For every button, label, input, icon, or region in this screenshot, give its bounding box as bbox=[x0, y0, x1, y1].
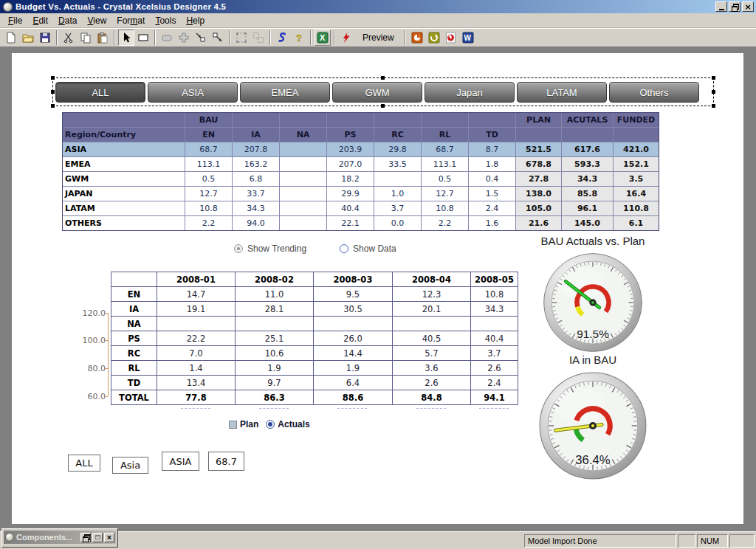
restore-button[interactable] bbox=[729, 1, 740, 12]
group-icon[interactable] bbox=[233, 30, 250, 46]
header-cell: 2008-01 bbox=[157, 272, 235, 286]
tab-gwm[interactable]: GWM bbox=[332, 82, 422, 103]
summary-cell: 152.1 bbox=[614, 157, 659, 171]
drill-label-asia[interactable]: Asia bbox=[112, 457, 148, 474]
gauge-ia-in-bau[interactable]: IA in BAU 36.4% bbox=[515, 353, 671, 484]
selection-marquee[interactable]: ALLASIAEMEAGWMJapanLATAMOthers bbox=[52, 77, 714, 106]
show-data-option[interactable]: Show Data bbox=[340, 244, 396, 254]
cell: 207.0 bbox=[327, 157, 374, 171]
resize-handle[interactable] bbox=[51, 104, 55, 108]
monthly-data-table[interactable]: 2008-012008-022008-032008-042008-05EN14.… bbox=[111, 272, 518, 405]
ungroup-icon[interactable] bbox=[250, 30, 267, 46]
row-label: ASIA bbox=[63, 142, 185, 156]
powerpoint-export-icon[interactable] bbox=[409, 30, 425, 46]
tab-asia[interactable]: ASIA bbox=[148, 82, 238, 103]
cell: 0.5 bbox=[185, 172, 232, 186]
components-maximize-button[interactable] bbox=[92, 533, 103, 542]
show-trending-option[interactable]: Show Trending bbox=[234, 244, 306, 254]
pdf-export-icon[interactable] bbox=[443, 30, 459, 46]
paste-icon[interactable] bbox=[94, 30, 111, 46]
menu-data[interactable]: Data bbox=[53, 14, 82, 27]
word-export-icon[interactable]: W bbox=[460, 30, 476, 46]
close-button[interactable]: × bbox=[742, 1, 754, 12]
drill-label-68-7[interactable]: 68.7 bbox=[208, 452, 244, 471]
resize-handle[interactable] bbox=[712, 90, 715, 94]
tab-japan[interactable]: Japan bbox=[425, 82, 515, 103]
new-document-icon[interactable] bbox=[3, 30, 19, 46]
tab-others[interactable]: Others bbox=[609, 82, 699, 103]
components-close-button[interactable]: × bbox=[104, 533, 114, 542]
rounded-rect-tool-icon[interactable] bbox=[159, 30, 175, 46]
actuals-radio[interactable] bbox=[266, 420, 275, 429]
cell: 77.8 bbox=[157, 390, 235, 404]
flash-preview-icon[interactable] bbox=[338, 30, 354, 46]
snap-forward-icon[interactable] bbox=[193, 30, 209, 46]
menu-view[interactable]: View bbox=[82, 14, 111, 27]
drill-label-all[interactable]: ALL bbox=[68, 455, 100, 472]
gauge-dial-icon: 91.5% bbox=[541, 251, 645, 354]
axis-tick-label: 80.0 bbox=[76, 364, 106, 373]
tab-latam[interactable]: LATAM bbox=[517, 82, 607, 103]
show-data-radio[interactable] bbox=[340, 244, 348, 253]
components-icon bbox=[5, 533, 14, 542]
header-cell bbox=[233, 113, 279, 127]
help-icon[interactable]: ? bbox=[291, 30, 307, 46]
save-icon[interactable] bbox=[37, 30, 53, 46]
resize-handle[interactable] bbox=[381, 104, 385, 108]
header-cell: 2008-03 bbox=[314, 272, 392, 286]
preview-button[interactable]: Preview bbox=[355, 32, 402, 43]
open-folder-icon[interactable] bbox=[20, 30, 36, 46]
drill-label-asia[interactable]: ASIA bbox=[162, 452, 199, 471]
cut-icon[interactable] bbox=[61, 30, 77, 46]
series-controls: Plan Actuals bbox=[229, 419, 310, 429]
cell: 11.0 bbox=[236, 287, 313, 301]
menu-edit[interactable]: Edit bbox=[27, 14, 53, 27]
cell: 2.4 bbox=[471, 376, 518, 390]
cell bbox=[393, 317, 470, 331]
title-bar[interactable]: Budget Vs. Actuals - Crystal Xcelsius De… bbox=[0, 0, 756, 13]
minimize-button[interactable] bbox=[715, 1, 727, 12]
header-cell: Region/Country bbox=[63, 128, 185, 142]
gauge-bau-actuals-vs-plan[interactable]: BAU Actuals vs. Plan 91.5% bbox=[515, 235, 671, 356]
components-title-bar[interactable]: Components... × bbox=[4, 531, 116, 544]
cell: 3.7 bbox=[471, 346, 518, 360]
resize-handle[interactable] bbox=[712, 104, 715, 108]
plan-label: Plan bbox=[240, 419, 258, 429]
component-blue-icon[interactable] bbox=[274, 30, 290, 46]
window-title: Budget Vs. Actuals - Crystal Xcelsius De… bbox=[16, 2, 715, 11]
toolbar-separator bbox=[154, 30, 156, 45]
rectangle-tool-icon[interactable] bbox=[135, 30, 151, 46]
excel-export-icon[interactable]: X bbox=[315, 30, 331, 46]
tab-emea[interactable]: EMEA bbox=[240, 82, 330, 103]
cell: 34.3 bbox=[233, 201, 279, 215]
cell bbox=[280, 216, 326, 230]
resize-handle[interactable] bbox=[51, 90, 55, 94]
actuals-label: Actuals bbox=[278, 419, 309, 429]
show-trending-radio[interactable] bbox=[234, 244, 243, 253]
menu-tools[interactable]: Tools bbox=[150, 14, 181, 27]
plan-checkbox[interactable] bbox=[229, 421, 237, 429]
status-panel bbox=[678, 534, 695, 548]
refresh-icon[interactable] bbox=[426, 30, 442, 46]
toolbar: ?XPreviewW bbox=[0, 28, 756, 47]
resize-handle[interactable] bbox=[381, 76, 385, 80]
status-panel bbox=[729, 534, 755, 548]
menu-file[interactable]: File bbox=[3, 14, 27, 27]
components-restore-button[interactable] bbox=[80, 533, 91, 542]
cell: 0.4 bbox=[469, 172, 515, 186]
axis-tick-mark bbox=[105, 396, 108, 397]
copy-icon[interactable] bbox=[78, 30, 94, 46]
resize-handle[interactable] bbox=[712, 76, 715, 80]
x-axis-dash bbox=[337, 408, 367, 409]
gauge-value: 91.5% bbox=[577, 328, 609, 340]
resize-handle[interactable] bbox=[51, 76, 55, 80]
menu-format[interactable]: Format bbox=[111, 14, 150, 27]
snap-back-icon[interactable] bbox=[210, 30, 226, 46]
menu-help[interactable]: Help bbox=[181, 14, 210, 27]
tab-all[interactable]: ALL bbox=[55, 82, 145, 103]
region-summary-table[interactable]: BAUPLANACUTALSFUNDEDRegion/CountryENIANA… bbox=[62, 112, 659, 231]
toolbar-separator bbox=[405, 30, 406, 45]
design-canvas[interactable]: ALLASIAEMEAGWMJapanLATAMOthers BAUPLANAC… bbox=[12, 53, 743, 524]
pointer-tool-icon[interactable] bbox=[118, 30, 134, 46]
plus-tool-icon[interactable] bbox=[176, 30, 192, 46]
